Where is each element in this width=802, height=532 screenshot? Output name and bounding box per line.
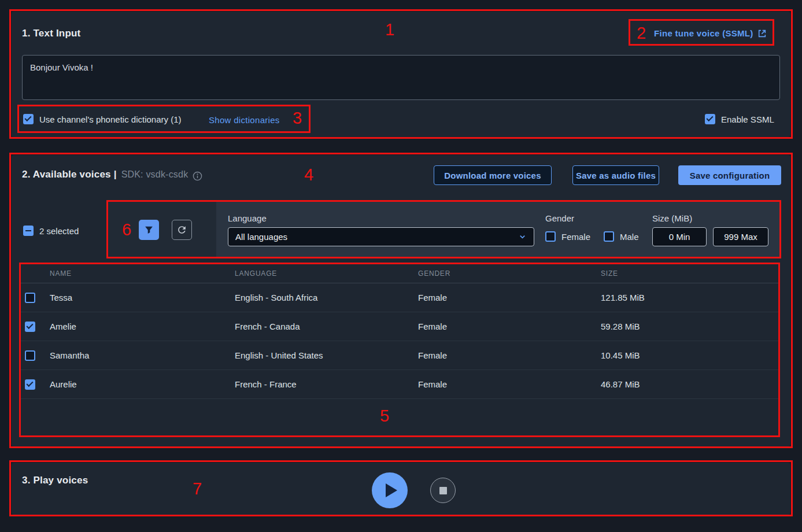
selected-count-label: 2 selected — [39, 226, 79, 236]
save-configuration-button[interactable]: Save configuration — [678, 165, 781, 185]
male-checkbox-label: Male — [620, 232, 639, 242]
chevron-down-icon — [518, 232, 527, 241]
text-input-section-title: 1. Text Input — [22, 28, 80, 39]
row-checkbox[interactable] — [25, 322, 35, 332]
language-filter-label: Language — [228, 213, 267, 223]
voice-language: French - Canada — [235, 322, 418, 331]
filter-button[interactable] — [139, 220, 159, 240]
available-voices-section: 2. Available voices | SDK: vsdk-csdk Dow… — [12, 155, 790, 446]
sdk-label: SDK: vsdk-csdk — [121, 169, 189, 180]
voice-name: Tessa — [50, 293, 235, 302]
text-input-section: 1. Text Input Fine tune voice (SSML) Bon… — [12, 12, 790, 137]
info-icon[interactable] — [193, 171, 202, 181]
voice-name: Samantha — [50, 350, 235, 360]
filter-funnel-icon — [144, 225, 154, 235]
external-link-icon — [757, 29, 767, 38]
voice-size: 121.85 MiB — [601, 293, 780, 302]
download-more-voices-button[interactable]: Download more voices — [434, 165, 552, 185]
tts-voice-configuration-page: 1. Text Input Fine tune voice (SSML) Bon… — [0, 0, 802, 532]
voice-gender: Female — [418, 379, 601, 389]
enable-ssml-label: Enable SSML — [721, 114, 774, 124]
voice-size: 10.45 MiB — [601, 350, 780, 360]
available-voices-section-title: 2. Available voices | SDK: vsdk-csdk — [22, 169, 202, 180]
header-name: NAME — [50, 269, 235, 278]
voice-language: French - France — [235, 379, 418, 389]
phonetic-dictionary-checkbox[interactable] — [23, 114, 34, 124]
language-select[interactable]: All languages — [228, 227, 534, 246]
size-max-input[interactable] — [713, 227, 768, 246]
language-select-value: All languages — [235, 232, 518, 242]
stop-icon — [439, 487, 447, 494]
gender-filter-label: Gender — [545, 213, 574, 223]
phonetic-dictionary-label: Use channel's phonetic dictionary (1) — [39, 114, 182, 124]
row-checkbox[interactable] — [25, 350, 35, 361]
available-voices-title-text: 2. Available voices | — [22, 169, 117, 180]
voice-name: Amelie — [50, 322, 235, 331]
table-row[interactable]: Tessa English - South Africa Female 121.… — [19, 283, 780, 312]
voice-size: 46.87 MiB — [601, 379, 780, 389]
table-row[interactable]: Aurelie French - France Female 46.87 MiB — [19, 370, 780, 399]
header-language: LANGUAGE — [235, 269, 418, 278]
play-button[interactable] — [372, 472, 408, 508]
male-checkbox[interactable] — [604, 231, 614, 242]
voice-gender: Female — [418, 322, 601, 331]
voice-size: 59.28 MiB — [601, 322, 780, 331]
size-filter-label: Size (MiB) — [652, 213, 692, 223]
play-icon — [386, 483, 397, 497]
voice-gender: Female — [418, 350, 601, 360]
fine-tune-ssml-link[interactable]: Fine tune voice (SSML) — [654, 28, 767, 38]
size-min-input[interactable] — [652, 227, 707, 246]
voice-name: Aurelie — [50, 379, 235, 389]
enable-ssml-checkbox[interactable] — [705, 114, 715, 124]
table-row[interactable]: Samantha English - United States Female … — [19, 341, 780, 370]
voice-gender: Female — [418, 293, 601, 302]
table-row[interactable]: Amelie French - Canada Female 59.28 MiB — [19, 312, 780, 341]
voice-language: English - South Africa — [235, 293, 418, 302]
voices-table: NAME LANGUAGE GENDER SIZE Tessa English … — [19, 264, 780, 399]
save-as-audio-files-button[interactable]: Save as audio files — [572, 165, 659, 185]
play-voices-section-title: 3. Play voices — [22, 475, 88, 486]
row-checkbox[interactable] — [25, 379, 35, 390]
voice-language: English - United States — [235, 350, 418, 360]
refresh-icon — [176, 224, 187, 235]
show-dictionaries-link[interactable]: Show dictionaries — [209, 115, 280, 125]
row-checkbox[interactable] — [25, 293, 35, 303]
female-checkbox-label: Female — [561, 232, 590, 242]
header-size: SIZE — [601, 269, 780, 278]
text-input-textarea[interactable]: Bonjour Vivoka ! — [22, 55, 780, 100]
voices-table-body: Tessa English - South Africa Female 121.… — [19, 283, 780, 399]
voices-table-header: NAME LANGUAGE GENDER SIZE — [19, 264, 780, 283]
fine-tune-ssml-link-label: Fine tune voice (SSML) — [654, 28, 753, 38]
select-all-checkbox[interactable] — [23, 226, 34, 236]
female-checkbox[interactable] — [545, 231, 556, 242]
header-gender: GENDER — [418, 269, 601, 278]
stop-button[interactable] — [430, 478, 456, 503]
refresh-button[interactable] — [172, 220, 192, 240]
